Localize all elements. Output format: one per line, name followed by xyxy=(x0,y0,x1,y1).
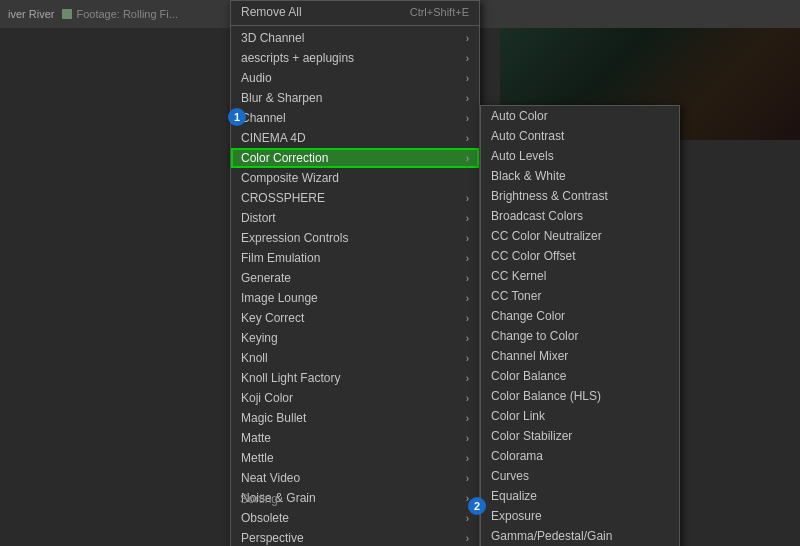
menu-item-label: Matte xyxy=(241,431,271,445)
menu-item-label: Audio xyxy=(241,71,272,85)
submenu-item-label: Change Color xyxy=(491,309,565,323)
submenu-arrow: › xyxy=(466,473,469,484)
submenu-cc-toner[interactable]: CC Toner xyxy=(481,286,679,306)
submenu-auto-contrast[interactable]: Auto Contrast xyxy=(481,126,679,146)
submenu-arrow: › xyxy=(466,113,469,124)
submenu-auto-color[interactable]: Auto Color xyxy=(481,106,679,126)
submenu-channel-mixer[interactable]: Channel Mixer xyxy=(481,346,679,366)
badge-1: 1 xyxy=(228,108,246,126)
submenu-arrow: › xyxy=(466,93,469,104)
submenu-item-label: Exposure xyxy=(491,509,542,523)
submenu-cc-kernel[interactable]: CC Kernel xyxy=(481,266,679,286)
menu-item-key-correct[interactable]: Key Correct › xyxy=(231,308,479,328)
menu-item-image-lounge[interactable]: Image Lounge › xyxy=(231,288,479,308)
submenu-item-label: Color Link xyxy=(491,409,545,423)
submenu-item-label: CC Kernel xyxy=(491,269,546,283)
menu-item-generate[interactable]: Generate › xyxy=(231,268,479,288)
submenu-arrow: › xyxy=(466,53,469,64)
menu-item-label: Obsolete xyxy=(241,511,289,525)
river-label: iver River xyxy=(8,8,54,20)
menu-item-label: Key Correct xyxy=(241,311,304,325)
submenu-change-to-color[interactable]: Change to Color xyxy=(481,326,679,346)
menu-item-label: Knoll xyxy=(241,351,268,365)
submenu-brightness-contrast[interactable]: Brightness & Contrast xyxy=(481,186,679,206)
menu-item-knoll-light-factory[interactable]: Knoll Light Factory › xyxy=(231,368,479,388)
submenu-item-label: Broadcast Colors xyxy=(491,209,583,223)
menu-item-color-correction[interactable]: Color Correction › xyxy=(231,148,479,168)
submenu-arrow: › xyxy=(466,433,469,444)
context-menu: Remove All Ctrl+Shift+E 3D Channel › aes… xyxy=(230,0,680,546)
submenu-item-label: Auto Contrast xyxy=(491,129,564,143)
menu-item-crossphere[interactable]: CROSSPHERE › xyxy=(231,188,479,208)
submenu-item-label: CC Color Offset xyxy=(491,249,575,263)
submenu-color-balance-hls[interactable]: Color Balance (HLS) xyxy=(481,386,679,406)
submenu-cc-color-neutralizer[interactable]: CC Color Neutralizer xyxy=(481,226,679,246)
footage-label: Footage: Rolling Fi... xyxy=(62,8,178,20)
menu-item-label: Keying xyxy=(241,331,278,345)
menu-divider-top xyxy=(231,25,479,26)
menu-item-perspective[interactable]: Perspective › xyxy=(231,528,479,546)
submenu-arrow: › xyxy=(466,73,469,84)
submenu-arrow: › xyxy=(466,413,469,424)
submenu-curves[interactable]: Curves xyxy=(481,466,679,486)
menu-item-composite-wizard[interactable]: Composite Wizard xyxy=(231,168,479,188)
menu-item-matte[interactable]: Matte › xyxy=(231,428,479,448)
menu-item-label: Neat Video xyxy=(241,471,300,485)
submenu-cc-color-offset[interactable]: CC Color Offset xyxy=(481,246,679,266)
submenu-item-label: Equalize xyxy=(491,489,537,503)
submenu-equalize[interactable]: Equalize xyxy=(481,486,679,506)
submenu-item-label: Auto Color xyxy=(491,109,548,123)
menu-item-label: Film Emulation xyxy=(241,251,320,265)
submenu-arrow: › xyxy=(466,373,469,384)
footage-color-indicator xyxy=(62,9,72,19)
submenu-arrow: › xyxy=(466,293,469,304)
menu-item-distort[interactable]: Distort › xyxy=(231,208,479,228)
submenu-item-label: Color Balance xyxy=(491,369,566,383)
badge-2: 2 xyxy=(468,497,486,515)
menu-item-film-emulation[interactable]: Film Emulation › xyxy=(231,248,479,268)
menu-item-aescripts[interactable]: aescripts + aeplugins › xyxy=(231,48,479,68)
submenu-arrow: › xyxy=(466,513,469,524)
submenu-change-color[interactable]: Change Color xyxy=(481,306,679,326)
submenu-arrow: › xyxy=(466,193,469,204)
menu-item-keying[interactable]: Keying › xyxy=(231,328,479,348)
menu-item-label: Magic Bullet xyxy=(241,411,306,425)
submenu-colorama[interactable]: Colorama xyxy=(481,446,679,466)
menu-item-mettle[interactable]: Mettle › xyxy=(231,448,479,468)
menu-item-obsolete[interactable]: Obsolete › xyxy=(231,508,479,528)
submenu-item-label: Gamma/Pedestal/Gain xyxy=(491,529,612,543)
menu-item-expression-controls[interactable]: Expression Controls › xyxy=(231,228,479,248)
submenu-exposure[interactable]: Exposure xyxy=(481,506,679,526)
submenu-item-label: Color Balance (HLS) xyxy=(491,389,601,403)
color-correction-submenu: Auto Color Auto Contrast Auto Levels Bla… xyxy=(480,105,680,546)
submenu-arrow: › xyxy=(466,273,469,284)
menu-item-koji-color[interactable]: Koji Color › xyxy=(231,388,479,408)
submenu-color-link[interactable]: Color Link xyxy=(481,406,679,426)
submenu-gamma-pedestal-gain[interactable]: Gamma/Pedestal/Gain xyxy=(481,526,679,546)
submenu-item-label: CC Color Neutralizer xyxy=(491,229,602,243)
menu-item-knoll[interactable]: Knoll › xyxy=(231,348,479,368)
submenu-black-white[interactable]: Black & White xyxy=(481,166,679,186)
submenu-item-label: Auto Levels xyxy=(491,149,554,163)
menu-item-label: Distort xyxy=(241,211,276,225)
submenu-auto-levels[interactable]: Auto Levels xyxy=(481,146,679,166)
menu-item-magic-bullet[interactable]: Magic Bullet › xyxy=(231,408,479,428)
menu-item-label: Color Correction xyxy=(241,151,328,165)
submenu-arrow: › xyxy=(466,233,469,244)
menu-item-blur-sharpen[interactable]: Blur & Sharpen › xyxy=(231,88,479,108)
submenu-broadcast-colors[interactable]: Broadcast Colors xyxy=(481,206,679,226)
submenu-color-balance[interactable]: Color Balance xyxy=(481,366,679,386)
menu-item-label: CINEMA 4D xyxy=(241,131,306,145)
remove-all-item[interactable]: Remove All Ctrl+Shift+E xyxy=(231,1,479,23)
submenu-arrow: › xyxy=(466,393,469,404)
remove-all-label: Remove All xyxy=(241,5,302,19)
menu-item-3dchannel[interactable]: 3D Channel › xyxy=(231,28,479,48)
menu-item-neat-video[interactable]: Neat Video › xyxy=(231,468,479,488)
submenu-item-label: Curves xyxy=(491,469,529,483)
submenu-arrow: › xyxy=(466,353,469,364)
menu-item-audio[interactable]: Audio › xyxy=(231,68,479,88)
menu-item-cinema4d[interactable]: CINEMA 4D › xyxy=(231,128,479,148)
menu-item-channel[interactable]: Channel › xyxy=(231,108,479,128)
submenu-color-stabilizer[interactable]: Color Stabilizer xyxy=(481,426,679,446)
menu-item-label: Channel xyxy=(241,111,286,125)
